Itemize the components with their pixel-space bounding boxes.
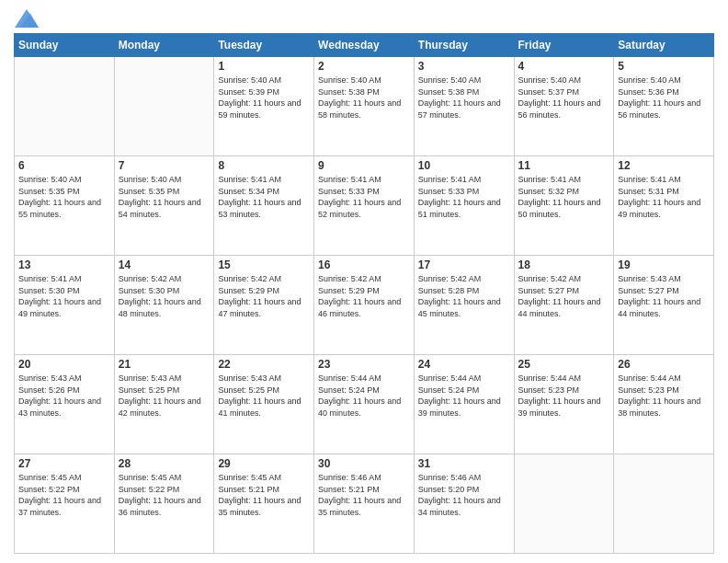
day-number: 9 xyxy=(318,159,410,172)
cell-info: Sunset: 5:36 PM xyxy=(618,86,710,98)
cell-info: Sunrise: 5:43 AM xyxy=(119,373,210,385)
day-number: 1 xyxy=(218,60,310,73)
calendar-cell: 17Sunrise: 5:42 AMSunset: 5:28 PMDayligh… xyxy=(414,256,514,355)
cell-info: Sunrise: 5:45 AM xyxy=(18,472,110,484)
cell-info: Sunset: 5:27 PM xyxy=(518,285,610,297)
day-number: 10 xyxy=(418,159,510,172)
cell-info: Sunset: 5:35 PM xyxy=(18,186,110,198)
cell-info: Sunset: 5:25 PM xyxy=(119,385,210,396)
cell-info: Sunrise: 5:40 AM xyxy=(119,174,210,186)
cell-info: Sunset: 5:22 PM xyxy=(119,484,210,496)
calendar-week-1: 1Sunrise: 5:40 AMSunset: 5:39 PMDaylight… xyxy=(15,57,714,156)
calendar-cell: 15Sunrise: 5:42 AMSunset: 5:29 PMDayligh… xyxy=(214,256,314,355)
cell-info: Daylight: 11 hours and 51 minutes. xyxy=(418,197,510,220)
cell-info: Daylight: 11 hours and 34 minutes. xyxy=(418,495,510,518)
cell-info: Sunrise: 5:41 AM xyxy=(618,174,710,186)
day-number: 29 xyxy=(218,457,310,470)
cell-info: Sunset: 5:20 PM xyxy=(418,484,510,496)
cell-info: Sunrise: 5:40 AM xyxy=(518,75,610,86)
day-number: 16 xyxy=(318,259,410,271)
calendar-cell: 14Sunrise: 5:42 AMSunset: 5:30 PMDayligh… xyxy=(114,256,214,355)
cell-info: Sunset: 5:23 PM xyxy=(618,385,710,396)
day-number: 20 xyxy=(18,358,110,371)
calendar-week-2: 6Sunrise: 5:40 AMSunset: 5:35 PMDaylight… xyxy=(15,156,714,256)
day-number: 4 xyxy=(518,60,610,73)
calendar-cell: 2Sunrise: 5:40 AMSunset: 5:38 PMDaylight… xyxy=(314,57,415,156)
cell-info: Daylight: 11 hours and 44 minutes. xyxy=(618,296,710,319)
cell-info: Daylight: 11 hours and 55 minutes. xyxy=(18,197,110,220)
page: SundayMondayTuesdayWednesdayThursdayFrid… xyxy=(0,0,728,563)
calendar-week-4: 20Sunrise: 5:43 AMSunset: 5:26 PMDayligh… xyxy=(15,355,714,454)
day-number: 3 xyxy=(418,60,510,73)
calendar-cell: 25Sunrise: 5:44 AMSunset: 5:23 PMDayligh… xyxy=(514,355,614,454)
calendar-cell: 4Sunrise: 5:40 AMSunset: 5:37 PMDaylight… xyxy=(514,57,614,156)
cell-info: Daylight: 11 hours and 57 minutes. xyxy=(418,98,510,121)
calendar-cell: 20Sunrise: 5:43 AMSunset: 5:26 PMDayligh… xyxy=(15,355,115,454)
cell-info: Daylight: 11 hours and 45 minutes. xyxy=(418,296,510,319)
cell-info: Sunset: 5:29 PM xyxy=(218,285,310,297)
day-header-thursday: Thursday xyxy=(414,34,514,57)
cell-info: Sunrise: 5:40 AM xyxy=(618,75,710,86)
calendar-cell: 1Sunrise: 5:40 AMSunset: 5:39 PMDaylight… xyxy=(214,57,314,156)
cell-info: Sunrise: 5:45 AM xyxy=(218,472,310,484)
cell-info: Sunset: 5:21 PM xyxy=(318,484,410,496)
cell-info: Daylight: 11 hours and 50 minutes. xyxy=(518,197,610,220)
cell-info: Sunrise: 5:41 AM xyxy=(218,174,310,186)
cell-info: Sunrise: 5:44 AM xyxy=(318,373,410,385)
cell-info: Daylight: 11 hours and 40 minutes. xyxy=(318,396,410,419)
calendar-week-3: 13Sunrise: 5:41 AMSunset: 5:30 PMDayligh… xyxy=(15,256,714,355)
cell-info: Sunset: 5:23 PM xyxy=(518,385,610,396)
day-header-friday: Friday xyxy=(514,34,614,57)
cell-info: Sunrise: 5:43 AM xyxy=(618,273,710,285)
cell-info: Sunrise: 5:40 AM xyxy=(418,75,510,86)
cell-info: Sunset: 5:21 PM xyxy=(218,484,310,496)
day-number: 31 xyxy=(418,457,510,470)
day-number: 26 xyxy=(618,358,710,371)
calendar-cell: 26Sunrise: 5:44 AMSunset: 5:23 PMDayligh… xyxy=(614,355,714,454)
cell-info: Sunset: 5:25 PM xyxy=(218,385,310,396)
cell-info: Sunrise: 5:42 AM xyxy=(218,273,310,285)
calendar-cell: 12Sunrise: 5:41 AMSunset: 5:31 PMDayligh… xyxy=(614,156,714,256)
calendar-cell xyxy=(614,454,714,554)
calendar-cell: 6Sunrise: 5:40 AMSunset: 5:35 PMDaylight… xyxy=(15,156,115,256)
cell-info: Sunrise: 5:46 AM xyxy=(418,472,510,484)
day-number: 11 xyxy=(518,159,610,172)
cell-info: Sunrise: 5:44 AM xyxy=(618,373,710,385)
day-number: 7 xyxy=(119,159,210,172)
calendar-cell: 30Sunrise: 5:46 AMSunset: 5:21 PMDayligh… xyxy=(314,454,415,554)
cell-info: Sunset: 5:26 PM xyxy=(18,385,110,396)
cell-info: Daylight: 11 hours and 59 minutes. xyxy=(218,98,310,121)
cell-info: Daylight: 11 hours and 49 minutes. xyxy=(618,197,710,220)
logo xyxy=(14,9,40,28)
cell-info: Sunset: 5:33 PM xyxy=(418,186,510,198)
calendar-cell: 19Sunrise: 5:43 AMSunset: 5:27 PMDayligh… xyxy=(614,256,714,355)
cell-info: Sunrise: 5:45 AM xyxy=(119,472,210,484)
day-number: 30 xyxy=(318,457,410,470)
calendar-cell: 16Sunrise: 5:42 AMSunset: 5:29 PMDayligh… xyxy=(314,256,415,355)
calendar-week-5: 27Sunrise: 5:45 AMSunset: 5:22 PMDayligh… xyxy=(15,454,714,554)
day-number: 5 xyxy=(618,60,710,73)
cell-info: Sunrise: 5:42 AM xyxy=(518,273,610,285)
logo-text xyxy=(14,9,40,28)
cell-info: Sunrise: 5:43 AM xyxy=(218,373,310,385)
cell-info: Sunset: 5:37 PM xyxy=(518,86,610,98)
cell-info: Daylight: 11 hours and 53 minutes. xyxy=(218,197,310,220)
cell-info: Daylight: 11 hours and 49 minutes. xyxy=(18,296,110,319)
cell-info: Sunset: 5:32 PM xyxy=(518,186,610,198)
cell-info: Daylight: 11 hours and 38 minutes. xyxy=(618,396,710,419)
day-number: 21 xyxy=(119,358,210,371)
cell-info: Sunrise: 5:40 AM xyxy=(318,75,410,86)
logo-icon xyxy=(15,9,39,28)
cell-info: Daylight: 11 hours and 56 minutes. xyxy=(518,98,610,121)
calendar-cell: 22Sunrise: 5:43 AMSunset: 5:25 PMDayligh… xyxy=(214,355,314,454)
cell-info: Sunset: 5:33 PM xyxy=(318,186,410,198)
cell-info: Sunrise: 5:43 AM xyxy=(18,373,110,385)
calendar-cell: 9Sunrise: 5:41 AMSunset: 5:33 PMDaylight… xyxy=(314,156,415,256)
cell-info: Sunset: 5:38 PM xyxy=(418,86,510,98)
cell-info: Sunset: 5:31 PM xyxy=(618,186,710,198)
cell-info: Daylight: 11 hours and 43 minutes. xyxy=(18,396,110,419)
cell-info: Sunset: 5:27 PM xyxy=(618,285,710,297)
calendar-cell: 11Sunrise: 5:41 AMSunset: 5:32 PMDayligh… xyxy=(514,156,614,256)
day-number: 19 xyxy=(618,259,710,271)
cell-info: Sunset: 5:39 PM xyxy=(218,86,310,98)
